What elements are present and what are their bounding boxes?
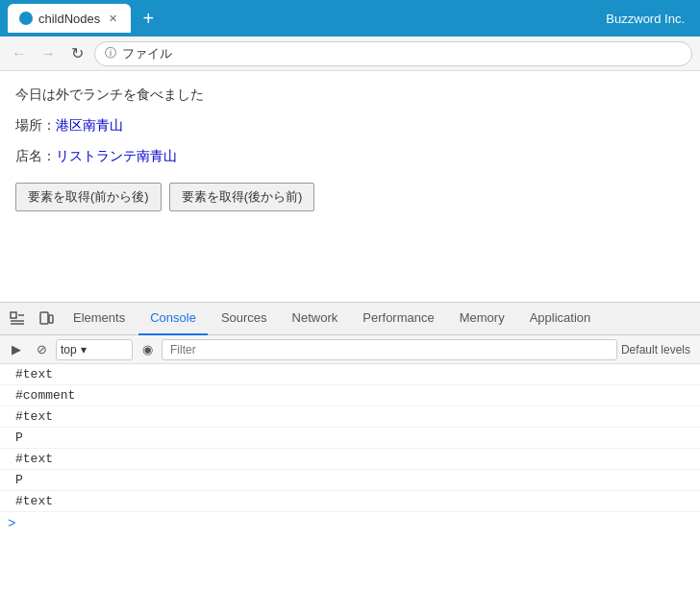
get-forward-button[interactable]: 要素を取得(前から後) — [15, 183, 162, 211]
svg-rect-5 — [49, 315, 53, 323]
tab-bar: childNodes ✕ + — [8, 4, 598, 33]
console-context-select[interactable]: top ▾ — [56, 339, 133, 360]
devtools-inspect-icon[interactable] — [4, 306, 31, 332]
active-tab[interactable]: childNodes ✕ — [8, 4, 131, 33]
page-line2: 場所：港区南青山 — [15, 117, 685, 135]
svg-rect-4 — [40, 312, 48, 324]
url-lock-icon: ⓘ — [105, 45, 116, 62]
tab-console[interactable]: Console — [138, 303, 208, 335]
dropdown-icon: ▾ — [81, 343, 87, 357]
console-row: P — [0, 470, 700, 491]
console-row: #text — [0, 406, 700, 428]
console-row: #text — [0, 491, 700, 512]
console-prompt-row[interactable]: > — [0, 512, 700, 535]
console-row: #comment — [0, 385, 700, 406]
console-toolbar: ▶ ⊘ top ▾ ◉ Default levels — [0, 335, 700, 364]
devtools-device-icon[interactable] — [33, 306, 60, 332]
context-value: top — [61, 343, 77, 357]
console-row: P — [0, 428, 700, 449]
tab-performance[interactable]: Performance — [351, 303, 445, 335]
page-line2-link[interactable]: 港区南青山 — [56, 117, 123, 133]
prompt-chevron-icon: > — [8, 516, 15, 531]
refresh-button[interactable]: ↻ — [65, 42, 88, 65]
page-line2-label: 場所： — [15, 117, 56, 133]
page-line3-link[interactable]: リストランテ南青山 — [56, 148, 177, 163]
tab-elements[interactable]: Elements — [62, 303, 137, 335]
forward-button[interactable]: → — [37, 42, 60, 65]
browser-brand: Buzzword Inc. — [606, 12, 685, 26]
console-row: #text — [0, 364, 700, 385]
console-block-button[interactable]: ⊘ — [31, 339, 52, 360]
url-text: ファイル — [122, 45, 172, 62]
console-filter-input[interactable] — [162, 339, 617, 360]
tab-application[interactable]: Application — [518, 303, 603, 335]
back-button[interactable]: ← — [8, 42, 31, 65]
devtools-panel: Elements Console Sources Network Perform… — [0, 302, 700, 600]
svg-rect-0 — [11, 312, 16, 318]
tab-close-button[interactable]: ✕ — [106, 12, 119, 25]
tab-memory[interactable]: Memory — [448, 303, 516, 335]
tab-sources[interactable]: Sources — [210, 303, 279, 335]
address-bar: ← → ↻ ⓘ ファイル — [0, 37, 700, 71]
get-backward-button[interactable]: 要素を取得(後から前) — [169, 183, 315, 211]
console-row: #text — [0, 449, 700, 470]
url-bar[interactable]: ⓘ ファイル — [94, 41, 692, 66]
page-content: 今日は外でランチを食べました 場所：港区南青山 店名：リストランテ南青山 要素を… — [0, 71, 700, 302]
page-line3-label: 店名： — [15, 148, 56, 163]
console-run-button[interactable]: ▶ — [6, 339, 27, 360]
console-output: #text #comment #text P #text P #text > — [0, 364, 700, 600]
tab-title: childNodes — [38, 12, 100, 26]
page-line3: 店名：リストランテ南青山 — [15, 148, 685, 165]
browser-titlebar: childNodes ✕ + Buzzword Inc. — [0, 0, 700, 37]
tab-network[interactable]: Network — [281, 303, 350, 335]
button-row: 要素を取得(前から後) 要素を取得(後から前) — [15, 183, 685, 211]
tab-favicon — [19, 12, 33, 25]
page-line1: 今日は外でランチを食べました — [15, 86, 685, 104]
default-levels-label: Default levels — [621, 343, 690, 357]
devtools-tabbar: Elements Console Sources Network Perform… — [0, 303, 700, 335]
new-tab-button[interactable]: + — [135, 5, 162, 32]
console-eye-button[interactable]: ◉ — [137, 339, 158, 360]
